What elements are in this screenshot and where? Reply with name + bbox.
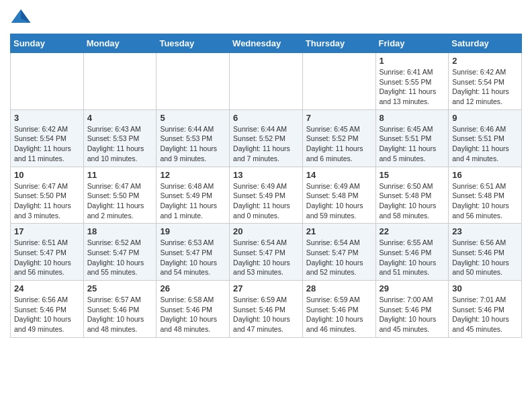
day-number: 4 xyxy=(87,113,153,123)
calendar-cell: 29Sunrise: 7:00 AM Sunset: 5:46 PM Dayli… xyxy=(375,281,449,338)
calendar-cell: 20Sunrise: 6:54 AM Sunset: 5:47 PM Dayli… xyxy=(230,224,303,281)
calendar-cell: 18Sunrise: 6:52 AM Sunset: 5:47 PM Dayli… xyxy=(83,224,157,281)
day-number: 3 xyxy=(14,113,80,123)
day-number: 22 xyxy=(380,226,445,236)
calendar-week-row: 24Sunrise: 6:56 AM Sunset: 5:46 PM Dayli… xyxy=(11,281,522,338)
day-info: Sunrise: 6:44 AM Sunset: 5:53 PM Dayligh… xyxy=(160,124,226,164)
day-info: Sunrise: 6:45 AM Sunset: 5:52 PM Dayligh… xyxy=(306,124,372,164)
day-number: 21 xyxy=(306,226,372,236)
day-info: Sunrise: 6:55 AM Sunset: 5:46 PM Dayligh… xyxy=(380,238,445,277)
day-number: 15 xyxy=(380,170,445,180)
calendar-cell: 4Sunrise: 6:43 AM Sunset: 5:53 PM Daylig… xyxy=(83,109,157,167)
day-info: Sunrise: 6:47 AM Sunset: 5:50 PM Dayligh… xyxy=(14,181,80,221)
day-info: Sunrise: 6:56 AM Sunset: 5:46 PM Dayligh… xyxy=(452,238,518,277)
calendar-cell xyxy=(302,53,375,110)
calendar-cell: 11Sunrise: 6:47 AM Sunset: 5:50 PM Dayli… xyxy=(83,167,157,224)
calendar-body: 1Sunrise: 6:41 AM Sunset: 5:55 PM Daylig… xyxy=(11,53,522,338)
calendar-cell: 8Sunrise: 6:45 AM Sunset: 5:51 PM Daylig… xyxy=(375,109,449,167)
calendar-cell: 30Sunrise: 7:01 AM Sunset: 5:46 PM Dayli… xyxy=(449,281,522,338)
day-of-week-header: Friday xyxy=(375,34,449,53)
calendar-cell: 9Sunrise: 6:46 AM Sunset: 5:51 PM Daylig… xyxy=(449,109,522,167)
calendar-cell: 19Sunrise: 6:53 AM Sunset: 5:47 PM Dayli… xyxy=(157,224,230,281)
day-number: 17 xyxy=(14,226,80,236)
day-info: Sunrise: 6:54 AM Sunset: 5:47 PM Dayligh… xyxy=(233,238,299,277)
calendar-cell: 28Sunrise: 6:59 AM Sunset: 5:46 PM Dayli… xyxy=(302,281,375,338)
calendar-cell: 7Sunrise: 6:45 AM Sunset: 5:52 PM Daylig… xyxy=(302,109,375,167)
day-info: Sunrise: 6:57 AM Sunset: 5:46 PM Dayligh… xyxy=(87,295,153,334)
day-number: 24 xyxy=(14,283,80,293)
day-info: Sunrise: 7:01 AM Sunset: 5:46 PM Dayligh… xyxy=(452,295,518,334)
day-info: Sunrise: 6:59 AM Sunset: 5:46 PM Dayligh… xyxy=(233,295,299,334)
day-info: Sunrise: 6:49 AM Sunset: 5:49 PM Dayligh… xyxy=(233,181,299,221)
day-number: 7 xyxy=(306,113,372,123)
calendar-cell: 13Sunrise: 6:49 AM Sunset: 5:49 PM Dayli… xyxy=(230,167,303,224)
day-number: 13 xyxy=(233,170,299,180)
calendar-week-row: 17Sunrise: 6:51 AM Sunset: 5:47 PM Dayli… xyxy=(11,224,522,281)
logo xyxy=(10,7,34,28)
day-of-week-header: Saturday xyxy=(449,34,522,53)
calendar-cell: 27Sunrise: 6:59 AM Sunset: 5:46 PM Dayli… xyxy=(230,281,303,338)
day-of-week-header: Thursday xyxy=(302,34,375,53)
day-number: 8 xyxy=(380,113,445,123)
day-info: Sunrise: 6:47 AM Sunset: 5:50 PM Dayligh… xyxy=(87,181,153,221)
day-of-week-header: Tuesday xyxy=(157,34,230,53)
day-info: Sunrise: 6:52 AM Sunset: 5:47 PM Dayligh… xyxy=(87,238,153,277)
calendar-cell: 24Sunrise: 6:56 AM Sunset: 5:46 PM Dayli… xyxy=(11,281,84,338)
day-info: Sunrise: 6:54 AM Sunset: 5:47 PM Dayligh… xyxy=(306,238,372,277)
day-number: 9 xyxy=(452,113,518,123)
calendar-table: SundayMondayTuesdayWednesdayThursdayFrid… xyxy=(10,34,522,338)
day-number: 28 xyxy=(306,283,372,293)
day-number: 18 xyxy=(87,226,153,236)
day-info: Sunrise: 6:51 AM Sunset: 5:47 PM Dayligh… xyxy=(14,238,80,277)
calendar-week-row: 1Sunrise: 6:41 AM Sunset: 5:55 PM Daylig… xyxy=(11,53,522,110)
day-info: Sunrise: 6:41 AM Sunset: 5:55 PM Dayligh… xyxy=(380,67,445,107)
calendar-cell: 16Sunrise: 6:51 AM Sunset: 5:48 PM Dayli… xyxy=(449,167,522,224)
day-number: 10 xyxy=(14,170,80,180)
calendar-cell: 1Sunrise: 6:41 AM Sunset: 5:55 PM Daylig… xyxy=(375,53,449,110)
calendar-cell xyxy=(157,53,230,110)
day-number: 19 xyxy=(160,226,226,236)
day-info: Sunrise: 6:56 AM Sunset: 5:46 PM Dayligh… xyxy=(14,295,80,334)
day-info: Sunrise: 6:43 AM Sunset: 5:53 PM Dayligh… xyxy=(87,124,153,164)
day-number: 16 xyxy=(452,170,518,180)
day-info: Sunrise: 7:00 AM Sunset: 5:46 PM Dayligh… xyxy=(380,295,445,334)
calendar-cell: 6Sunrise: 6:44 AM Sunset: 5:52 PM Daylig… xyxy=(230,109,303,167)
day-number: 23 xyxy=(452,226,518,236)
calendar-week-row: 10Sunrise: 6:47 AM Sunset: 5:50 PM Dayli… xyxy=(11,167,522,224)
calendar-week-row: 3Sunrise: 6:42 AM Sunset: 5:54 PM Daylig… xyxy=(11,109,522,167)
day-info: Sunrise: 6:50 AM Sunset: 5:48 PM Dayligh… xyxy=(380,181,445,221)
day-number: 25 xyxy=(87,283,153,293)
day-number: 12 xyxy=(160,170,226,180)
day-info: Sunrise: 6:59 AM Sunset: 5:46 PM Dayligh… xyxy=(306,295,372,334)
calendar-cell: 23Sunrise: 6:56 AM Sunset: 5:46 PM Dayli… xyxy=(449,224,522,281)
calendar-cell: 14Sunrise: 6:49 AM Sunset: 5:48 PM Dayli… xyxy=(302,167,375,224)
calendar-cell: 2Sunrise: 6:42 AM Sunset: 5:54 PM Daylig… xyxy=(449,53,522,110)
day-number: 11 xyxy=(87,170,153,180)
calendar-cell xyxy=(11,53,84,110)
day-info: Sunrise: 6:48 AM Sunset: 5:49 PM Dayligh… xyxy=(160,181,226,221)
day-info: Sunrise: 6:46 AM Sunset: 5:51 PM Dayligh… xyxy=(452,124,518,164)
logo-icon xyxy=(10,7,32,28)
calendar-cell xyxy=(83,53,157,110)
day-number: 20 xyxy=(233,226,299,236)
calendar-cell xyxy=(230,53,303,110)
calendar-cell: 21Sunrise: 6:54 AM Sunset: 5:47 PM Dayli… xyxy=(302,224,375,281)
calendar-cell: 17Sunrise: 6:51 AM Sunset: 5:47 PM Dayli… xyxy=(11,224,84,281)
day-of-week-header: Monday xyxy=(83,34,157,53)
day-info: Sunrise: 6:42 AM Sunset: 5:54 PM Dayligh… xyxy=(14,124,80,164)
calendar-cell: 22Sunrise: 6:55 AM Sunset: 5:46 PM Dayli… xyxy=(375,224,449,281)
calendar-cell: 5Sunrise: 6:44 AM Sunset: 5:53 PM Daylig… xyxy=(157,109,230,167)
page-header xyxy=(10,7,522,28)
calendar-cell: 3Sunrise: 6:42 AM Sunset: 5:54 PM Daylig… xyxy=(11,109,84,167)
calendar-cell: 10Sunrise: 6:47 AM Sunset: 5:50 PM Dayli… xyxy=(11,167,84,224)
calendar-cell: 12Sunrise: 6:48 AM Sunset: 5:49 PM Dayli… xyxy=(157,167,230,224)
day-number: 5 xyxy=(160,113,226,123)
calendar-cell: 26Sunrise: 6:58 AM Sunset: 5:46 PM Dayli… xyxy=(157,281,230,338)
day-of-week-header: Sunday xyxy=(11,34,84,53)
day-info: Sunrise: 6:49 AM Sunset: 5:48 PM Dayligh… xyxy=(306,181,372,221)
day-of-week-header: Wednesday xyxy=(230,34,303,53)
day-number: 30 xyxy=(452,283,518,293)
day-info: Sunrise: 6:53 AM Sunset: 5:47 PM Dayligh… xyxy=(160,238,226,277)
calendar-header: SundayMondayTuesdayWednesdayThursdayFrid… xyxy=(11,34,522,53)
day-number: 6 xyxy=(233,113,299,123)
